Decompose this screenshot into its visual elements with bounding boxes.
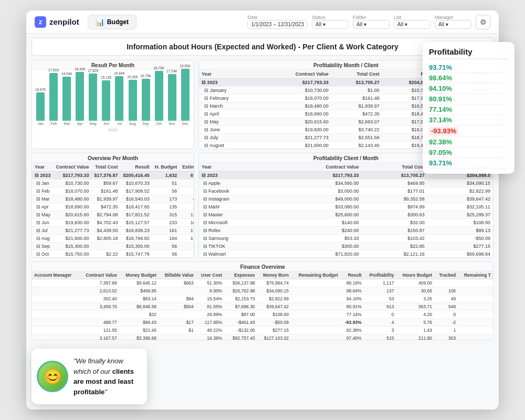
bar-jan: 10.67K Jan — [35, 88, 46, 125]
table-row: ⊟ Walmart $71,820.00 $2,121.16 $69,698.8… — [199, 250, 493, 258]
budget-button[interactable]: 📊 Budget — [88, 15, 136, 29]
manager-select[interactable]: All ▾ — [435, 20, 471, 29]
overview-per-month-panel: Overview Per Month Year Contract Value T… — [32, 153, 194, 258]
col-cost: Total Cost — [331, 70, 382, 79]
table-row: 121.55 $21.45 $1 48.22% -$132.05 $277.15… — [32, 327, 493, 334]
nav-bar: z zenpilot 📊 Budget Date 1/1/2023 – 12/3… — [26, 10, 499, 34]
table-row: ⊟ May $20,615.60 $2,794.08 $17,821.52 31… — [32, 211, 194, 219]
list-label: List — [394, 15, 430, 20]
bar-may: 17.82K May — [88, 69, 99, 125]
profitability-row-7: -93.93% — [429, 125, 508, 137]
table-row: ⊟ Master $25,600.00 $300.63 $25,299.37 — [199, 211, 493, 219]
folder-value: All — [356, 22, 362, 27]
folder-select[interactable]: All ▾ — [353, 20, 390, 29]
finance-table-container: Account Manager Contract Value Money Bud… — [32, 271, 493, 340]
table-row: ⊟ Apple $34,560.00 $469.85 $34,090.15 — [199, 180, 493, 187]
avatar: 😊 — [37, 361, 68, 392]
table-row: 302.40 $83.14 $94 15.54% $2,153.73 $2,82… — [32, 295, 493, 303]
table-row: ⊟ Rolex $240.00 $150.87 $89.13 — [199, 227, 493, 235]
profitability-value-3: 94.10% — [429, 85, 452, 92]
bar-chart-panel: Result Per Month 10.67K Jan 17.91K Feb — [32, 60, 194, 149]
profitability-value-1: 93.71% — [429, 64, 452, 71]
bar-chart-icon: 📊 — [96, 18, 104, 26]
col-contract: Contract Value — [264, 70, 331, 79]
table-row: ⊟ Instagram $49,000.00 $9,352.58 $39,647… — [199, 195, 493, 203]
profitability-value-9: 97.05% — [429, 149, 452, 156]
filter-settings-button[interactable]: ⚙ — [476, 15, 490, 29]
list-value: All — [397, 22, 403, 27]
logo: z zenpilot — [35, 16, 79, 28]
chart-year-label: 2023 — [35, 128, 191, 132]
table-row: ⊟ Microsoft $140.00 $32.00 $108.00 — [199, 219, 493, 227]
table-row: ⊟ Aug $21,600.00 $2,805.18 $18,794.82 16… — [32, 235, 194, 243]
table-row: ⊟ Apr $18,890.00 $472.35 $18,417.65 135 … — [32, 203, 194, 211]
profitability-row-1: 93.71% — [429, 62, 508, 73]
table-row: ⊟ Jun $19,830.00 $4,702.43 $15,127.57 23… — [32, 219, 194, 227]
profitability-value-7: -93.93% — [429, 127, 458, 135]
table-row: ⊟ Feb $18,070.00 $161.48 $17,908.52 56 5… — [32, 187, 194, 195]
bar-chart-area: 10.67K Jan 17.91K Feb 16.54K Mar — [32, 70, 194, 138]
finance-overview-title: Finance Overview — [32, 262, 493, 271]
profitability-row-4: 80.91% — [429, 94, 508, 104]
table-row: 3,167.57 $3,396.68 16.38% $92,757.43 $12… — [32, 334, 493, 340]
bar-feb: 17.91K Feb — [48, 68, 59, 125]
profitability-value-4: 80.91% — [429, 95, 452, 103]
table-row: ⊟ 2023 $217,793.33 $17,376.87 $200,416.4… — [32, 172, 194, 180]
profitability-row-10: 93.71% — [429, 158, 508, 169]
date-label: Date — [247, 15, 308, 20]
logo-text: zenpilot — [49, 17, 79, 26]
table-row: ⊟ TIKTOK $300.00 $22.85 $277.15 — [199, 243, 493, 250]
profitability-value-10: 93.71% — [429, 159, 452, 167]
bar-dec: 19.61K Dec — [180, 64, 191, 125]
status-label: Status — [312, 15, 349, 20]
quote-text: "We finally know which of our clients ar… — [74, 356, 139, 397]
table-row: 7,397.88 $9,645.12 $663 51.30% $36,137.9… — [32, 279, 493, 287]
table-row: ⊟ Facebook $3,000.00 $177.01 $2,822.99 — [199, 187, 493, 195]
col-year: Year — [199, 70, 264, 79]
manager-value: All — [438, 22, 444, 27]
manager-filter: Manager All ▾ — [435, 15, 471, 29]
date-range[interactable]: 1/1/2023 – 12/31/2023 — [247, 20, 308, 29]
table-row: ⊟ Sep $15,300.00 $15,300.00 56 10.33 — [32, 243, 194, 250]
bar-aug: 15.30K Aug — [127, 75, 138, 125]
profitability-value-6: 37.14% — [429, 116, 452, 124]
table-row: ⊟ Mar $18,480.00 $1,939.97 $16,540.03 17… — [32, 195, 194, 203]
manager-label: Manager — [435, 15, 471, 20]
date-filter: Date 1/1/2023 – 12/31/2023 — [247, 15, 308, 29]
date-sep: – — [273, 22, 276, 27]
chevron-down-icon3: ▾ — [405, 22, 407, 27]
finance-overview-panel: Finance Overview Account Manager Contrac… — [32, 261, 494, 340]
filter-group: Date 1/1/2023 – 12/31/2023 Status All ▾ … — [247, 15, 490, 29]
date-to: 12/31/2023 — [278, 22, 304, 27]
profitability-client-table: Year Contract Value Total Cost Result ⊟ … — [199, 163, 493, 257]
profitability-value-5: 77.14% — [429, 106, 452, 113]
bar-nov: 17.54K Nov — [166, 69, 177, 125]
table-row: ⊟ Jan $10,730.00 $59.67 $10,670.33 51 6.… — [32, 180, 194, 187]
profitability-overlay-title: Profitability — [429, 47, 508, 59]
profitability-value-2: 98.64% — [429, 74, 452, 82]
bar-jun: 15.13K Jun — [101, 76, 112, 125]
budget-label: Budget — [107, 18, 129, 26]
profitability-row-5: 77.14% — [429, 104, 508, 115]
table-row: $32 26.89% $87.00 $108.00 77.14% 0 4.20 … — [32, 311, 493, 319]
status-select[interactable]: All ▾ — [312, 20, 349, 29]
folder-label: Folder — [353, 15, 390, 20]
overview-per-month-title: Overview Per Month — [32, 153, 194, 163]
chevron-down-icon2: ▾ — [364, 22, 366, 27]
profitability-client-table-container: Year Contract Value Total Cost Result ⊟ … — [199, 163, 493, 257]
folder-filter: Folder All ▾ — [353, 15, 390, 29]
bars-container: 10.67K Jan 17.91K Feb 16.54K Mar — [35, 75, 191, 128]
list-select[interactable]: All ▾ — [394, 20, 430, 29]
table-row: ⊟ M&M $33,080.00 $974.89 $32,105.11 — [199, 203, 493, 211]
list-filter: List All ▾ — [394, 15, 430, 29]
profitability-overlay: Profitability 93.71% 98.64% 94.10% 80.91… — [423, 42, 514, 174]
bar-oct: 18.79K Oct — [153, 66, 164, 125]
profitability-row-2: 98.64% — [429, 73, 508, 83]
quote-overlay: 😊 "We finally know which of our clients … — [32, 349, 147, 404]
table-row: 3,459.70 $8,848.58 $504 81.55% $7,686.30… — [32, 303, 493, 311]
status-value: All — [316, 22, 321, 27]
date-from: 1/1/2023 — [251, 22, 271, 27]
finance-table: Account Manager Contract Value Money Bud… — [32, 271, 493, 340]
profitability-value-8: 92.38% — [429, 138, 452, 146]
bar-sep: 15.75K Sep — [140, 74, 151, 125]
